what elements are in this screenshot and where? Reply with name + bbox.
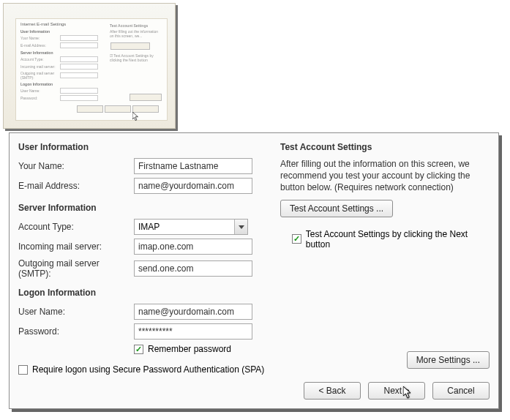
email-label: E-mail Address: — [18, 181, 134, 191]
account-type-dropdown-button[interactable] — [234, 220, 247, 234]
preview-thumbnail: Internet E-mail Settings User Informatio… — [3, 3, 176, 129]
chevron-down-icon — [239, 225, 244, 229]
outgoing-server-label: Outgoing mail server (SMTP): — [18, 258, 134, 279]
test-on-next-checkbox[interactable] — [292, 234, 301, 244]
password-label: Password: — [18, 326, 134, 337]
password-input[interactable] — [134, 323, 252, 340]
username-label: User Name: — [18, 307, 134, 317]
test-account-settings-button[interactable]: Test Account Settings ... — [280, 200, 393, 217]
logon-info-heading: Logon Information — [18, 288, 267, 298]
cancel-button[interactable]: Cancel — [432, 382, 490, 400]
spa-label: Require logon using Secure Password Auth… — [32, 364, 264, 375]
your-name-input[interactable] — [134, 158, 252, 174]
thumb-cursor-icon — [132, 112, 140, 121]
thumb-right-col: Test Account Settings After filling out … — [110, 23, 162, 62]
account-settings-dialog: User Information Your Name: E-mail Addre… — [9, 132, 499, 409]
user-info-heading: User Information — [18, 142, 267, 152]
email-input[interactable] — [134, 178, 252, 194]
test-settings-heading: Test Account Settings — [280, 142, 490, 152]
right-column: Test Account Settings After filling out … — [280, 139, 490, 373]
username-input[interactable] — [134, 304, 252, 320]
left-column: User Information Your Name: E-mail Addre… — [18, 139, 267, 373]
next-button[interactable]: Next > — [368, 382, 425, 400]
outgoing-server-input[interactable] — [134, 260, 252, 277]
test-on-next-label: Test Account Settings by clicking the Ne… — [306, 229, 490, 250]
dialog-button-bar: < Back Next > Cancel — [304, 382, 490, 400]
thumbnail-inner: Internet E-mail Settings User Informatio… — [15, 18, 168, 121]
your-name-label: Your Name: — [18, 161, 134, 171]
spa-checkbox[interactable] — [18, 365, 28, 375]
remember-password-label: Remember password — [148, 344, 231, 354]
test-settings-explain: After filling out the information on thi… — [280, 158, 490, 194]
remember-password-checkbox[interactable] — [134, 345, 143, 354]
back-button[interactable]: < Back — [304, 382, 361, 400]
account-type-value: IMAP — [138, 222, 160, 232]
thumb-section-logon: Logon Information — [20, 82, 162, 86]
server-info-heading: Server Information — [18, 203, 267, 213]
account-type-label: Account Type: — [18, 222, 134, 232]
more-settings-button[interactable]: More Settings ... — [407, 351, 490, 369]
incoming-server-input[interactable] — [134, 239, 252, 255]
incoming-server-label: Incoming mail server: — [18, 241, 134, 252]
account-type-select[interactable]: IMAP — [134, 219, 248, 235]
